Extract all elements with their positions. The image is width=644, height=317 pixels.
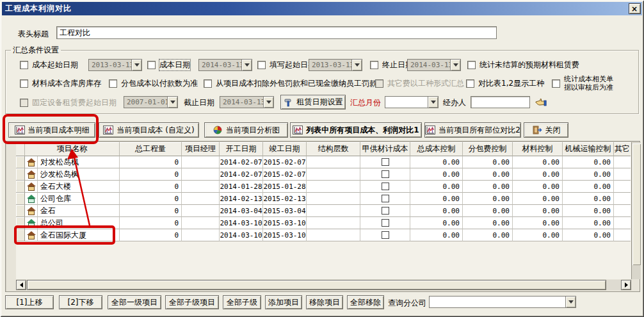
checkbox-cost-date[interactable]: 成本日期 xyxy=(147,60,190,70)
close-button[interactable]: × xyxy=(629,3,641,14)
start-date-cell[interactable]: 2014-02-13 xyxy=(220,193,263,205)
other-cell[interactable] xyxy=(614,205,631,217)
vertical-scrollbar[interactable] xyxy=(631,142,641,279)
quantity-cell[interactable]: 0 xyxy=(120,168,182,181)
column-header-total-cost-control[interactable]: 总成本控制 xyxy=(410,142,463,156)
subcontract-control-cell[interactable]: 0.00 xyxy=(463,217,513,229)
current-project-cost-custom-button[interactable]: 当前项目成本 (自定义) xyxy=(99,122,199,138)
floors-cell[interactable] xyxy=(307,156,360,168)
start-date-cell[interactable]: 2014-03-10 xyxy=(220,217,263,229)
checkbox-stat-unsettled[interactable]: 统计未结算的预期材料租赁费 xyxy=(467,60,579,70)
owner-material-cell[interactable] xyxy=(360,205,410,217)
other-cell[interactable] xyxy=(614,229,631,241)
owner-material-checkbox[interactable] xyxy=(382,207,389,215)
material-control-cell[interactable]: 0.00 xyxy=(513,156,563,168)
material-stock-checkbox[interactable] xyxy=(20,79,28,88)
start-date-cell[interactable]: 2014-02-07 xyxy=(220,156,263,168)
total-cost-control-cell[interactable]: 0.00 xyxy=(410,181,463,193)
table-row[interactable]: 金石大楼 0 2014-01-28 2015-01-28 0.00 0.00 0… xyxy=(16,181,631,193)
cost-start-checkbox[interactable] xyxy=(20,61,28,69)
owner-material-checkbox[interactable] xyxy=(382,231,389,239)
subcontract-control-cell[interactable]: 0.00 xyxy=(463,229,513,241)
vertical-scrollbar-thumb[interactable] xyxy=(632,143,641,265)
stat-audited-checkbox[interactable] xyxy=(552,79,560,88)
subcontract-pay-checkbox[interactable] xyxy=(109,79,117,88)
start-date-cell[interactable]: 2014-02-07 xyxy=(220,168,263,181)
cost-start-date-combo[interactable]: 2013-03-13 xyxy=(88,59,142,71)
machine-control-cell[interactable]: 0.00 xyxy=(563,193,614,205)
column-header-name[interactable]: 项目名称 xyxy=(25,142,120,156)
manager-cell[interactable] xyxy=(182,156,220,168)
all-child-projects-button[interactable]: 全部子级项目 xyxy=(165,295,219,309)
remove-project-button[interactable]: 移除项目 xyxy=(306,295,343,309)
row-selector[interactable] xyxy=(16,156,25,168)
deduct-fine-checkbox[interactable] xyxy=(204,79,212,88)
close-dialog-button[interactable]: 关闭 xyxy=(524,122,568,138)
project-name-cell[interactable]: 金石大楼 xyxy=(38,181,120,193)
rental-date-settings-button[interactable]: 租赁日期设置 xyxy=(280,95,346,110)
material-control-cell[interactable]: 0.00 xyxy=(513,205,563,217)
agent-input[interactable] xyxy=(471,96,530,108)
total-cost-control-cell[interactable]: 0.00 xyxy=(410,156,463,168)
other-cell[interactable] xyxy=(614,156,631,168)
project-name-cell[interactable]: 金石国际大厦 xyxy=(38,229,120,241)
current-project-cost-detail-button[interactable]: 当前项目成本明细 xyxy=(8,122,95,138)
hand-pointer-icon[interactable] xyxy=(535,97,547,107)
owner-material-checkbox[interactable] xyxy=(382,170,389,178)
owner-material-cell[interactable] xyxy=(360,181,410,193)
checkbox-end-date[interactable]: 终止日期 xyxy=(370,60,413,70)
row-selector[interactable] xyxy=(16,217,25,229)
machine-control-cell[interactable]: 0.00 xyxy=(563,181,614,193)
add-project-button[interactable]: 添加项目 xyxy=(265,295,302,309)
table-row[interactable]: 金石国际大厦 0 2014-03-10 2015-03-10 0.00 0.00… xyxy=(16,229,631,241)
table-row[interactable]: 公司仓库 0 2014-02-13 2015-02-13 0.00 0.00 0… xyxy=(16,193,631,205)
material-control-cell[interactable]: 0.00 xyxy=(513,217,563,229)
total-cost-control-cell[interactable]: 0.00 xyxy=(410,229,463,241)
finish-date-cell[interactable]: 2015-02-13 xyxy=(263,193,307,205)
current-project-analysis-chart-button[interactable]: 当前项目分析图 xyxy=(204,122,288,138)
quantity-cell[interactable]: 0 xyxy=(120,156,182,168)
owner-material-cell[interactable] xyxy=(360,217,410,229)
floors-cell[interactable] xyxy=(307,229,360,241)
machine-control-cell[interactable]: 0.00 xyxy=(563,168,614,181)
column-header-owner-material[interactable]: 甲供材计成本 xyxy=(360,142,410,156)
end-date-checkbox[interactable] xyxy=(370,61,378,69)
finish-date-cell[interactable]: 2015-02-07 xyxy=(263,168,307,181)
material-control-cell[interactable]: 0.00 xyxy=(513,229,563,241)
material-control-cell[interactable]: 0.00 xyxy=(513,193,563,205)
project-name-cell[interactable]: 金石 xyxy=(38,205,120,217)
manager-cell[interactable] xyxy=(182,229,220,241)
column-header-machine-control[interactable]: 机械运输控制 xyxy=(563,142,614,156)
finish-date-cell[interactable]: 2015-02-07 xyxy=(263,156,307,168)
all-sub-button[interactable]: 全部子级 xyxy=(223,295,261,309)
dropdown-arrow-icon[interactable] xyxy=(131,60,141,70)
checkbox-material-stock[interactable]: 材料成本含库房库存 xyxy=(20,78,101,88)
start-date-cell[interactable]: 2014-03-10 xyxy=(220,229,263,241)
column-header-start-date[interactable]: 开工日期 xyxy=(220,142,263,156)
total-cost-control-cell[interactable]: 0.00 xyxy=(410,193,463,205)
floors-cell[interactable] xyxy=(307,193,360,205)
floors-cell[interactable] xyxy=(307,181,360,193)
cost-date-combo[interactable]: 2014-03-13 xyxy=(198,59,252,71)
all-level1-projects-button[interactable]: 全部一级项目 xyxy=(108,295,161,309)
column-header-finish-date[interactable]: 竣工日期 xyxy=(263,142,307,156)
total-cost-control-cell[interactable]: 0.00 xyxy=(410,205,463,217)
other-cell[interactable] xyxy=(614,193,631,205)
move-up-button[interactable]: [1]上移 xyxy=(5,295,54,309)
column-header-other[interactable]: 其它 xyxy=(614,142,631,156)
stat-unsettled-checkbox[interactable] xyxy=(467,61,476,69)
title-field-input[interactable] xyxy=(56,26,497,39)
total-cost-control-cell[interactable]: 0.00 xyxy=(410,217,463,229)
start-date-cell[interactable]: 2014-03-04 xyxy=(220,205,263,217)
move-down-button[interactable]: [2]下移 xyxy=(59,295,102,309)
all-projects-cost-profit-compare1-button[interactable]: 列表中所有项目成本、利润对比1 xyxy=(290,122,422,138)
subcontract-control-cell[interactable]: 0.00 xyxy=(463,168,513,181)
cost-date-checkbox[interactable] xyxy=(147,61,156,69)
horizontal-scrollbar[interactable] xyxy=(16,280,631,290)
column-header-manager[interactable]: 项目经理 xyxy=(182,142,220,156)
subcontract-control-cell[interactable]: 0.00 xyxy=(463,181,513,193)
checkbox-compare-worktype[interactable]: 对比表1,2显示工种 xyxy=(466,78,544,88)
material-control-cell[interactable]: 0.00 xyxy=(513,168,563,181)
project-name-cell[interactable]: 沙发松岛枫 xyxy=(38,168,120,181)
column-header-quantity[interactable]: 总工程量 xyxy=(120,142,182,156)
